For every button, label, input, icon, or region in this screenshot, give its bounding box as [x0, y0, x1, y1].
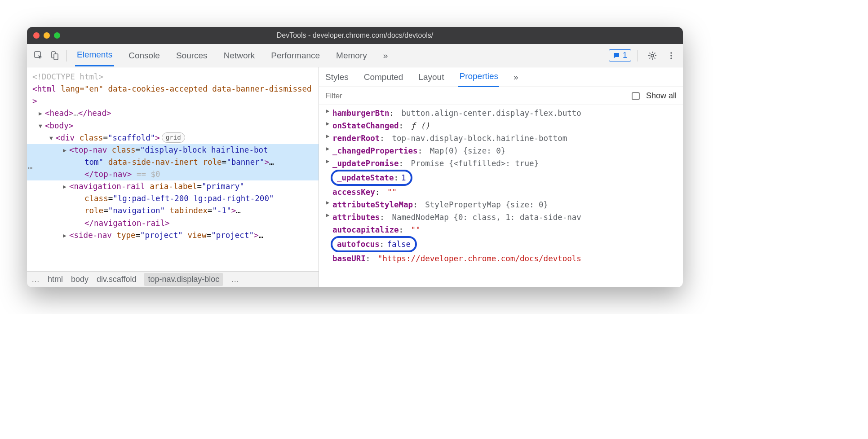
property-row[interactable]: autocapitalize: ""	[323, 224, 683, 236]
device-toolbar-icon[interactable]	[47, 48, 63, 64]
property-key: autofocus	[337, 238, 380, 250]
tab-properties[interactable]: Properties	[458, 67, 499, 87]
svg-point-5	[670, 55, 672, 57]
expand-arrow-icon[interactable]: ▶	[326, 211, 332, 220]
property-row[interactable]: baseURI: "https://developer.chrome.com/d…	[323, 252, 683, 265]
dom-nav-rail-3[interactable]: role="navigation" tabindex="-1">…	[27, 205, 319, 217]
property-key: attributeStyleMap	[332, 200, 413, 209]
expand-arrow-icon[interactable]: ▶	[326, 107, 332, 115]
property-row[interactable]: autofocus: false	[323, 236, 683, 252]
properties-list[interactable]: ▶hamburgerBtn: button.align-center.displ…	[319, 105, 683, 287]
crumb-html[interactable]: html	[48, 275, 63, 284]
tab-elements[interactable]: Elements	[75, 44, 114, 66]
svg-rect-2	[54, 54, 58, 60]
inspect-element-icon[interactable]	[31, 48, 47, 64]
property-value: button.align-center.display-flex.butto	[402, 109, 581, 118]
property-row[interactable]: ▶attributes: NamedNodeMap {0: class, 1: …	[323, 211, 683, 224]
property-row[interactable]: ▶hamburgerBtn: button.align-center.displ…	[323, 107, 683, 119]
crumb-body[interactable]: body	[71, 275, 89, 284]
property-key: attributes	[332, 213, 380, 222]
tab-performance[interactable]: Performance	[269, 45, 322, 66]
show-all-checkbox[interactable]	[632, 92, 640, 100]
property-row[interactable]: ▶onStateChanged: ƒ ()	[323, 119, 683, 132]
expand-arrow-icon[interactable]: ▶	[326, 119, 332, 128]
property-value: Map(0) {size: 0}	[430, 146, 506, 155]
dom-html-open[interactable]: <html lang="en" data-cookies-accepted da…	[27, 83, 319, 107]
tabs-overflow[interactable]: »	[381, 45, 390, 66]
property-value: top-nav.display-block.hairline-bottom	[392, 134, 567, 143]
expand-arrow-icon[interactable]: ▶	[326, 157, 332, 166]
issues-icon	[613, 52, 620, 59]
property-value: false	[387, 238, 411, 250]
tab-computed[interactable]: Computed	[363, 68, 404, 87]
crumb-top-nav[interactable]: top-nav.display-bloc	[144, 273, 223, 286]
highlighted-property: _updateState: 1	[331, 170, 412, 186]
dom-nav-rail-2[interactable]: class="lg:pad-left-200 lg:pad-right-200"	[27, 193, 319, 205]
property-key: accessKey	[332, 188, 375, 197]
separator	[66, 50, 67, 61]
more-button[interactable]	[663, 48, 679, 64]
sidebar-panel: Styles Computed Layout Properties » Show…	[319, 67, 683, 287]
dom-nav-rail[interactable]: ▶<navigation-rail aria-label="primary"	[27, 180, 319, 193]
property-value: NamedNodeMap {0: class, 1: data-side-nav	[392, 213, 581, 222]
issues-count: 1	[623, 51, 627, 60]
main-tabs: Elements Console Sources Network Perform…	[75, 44, 609, 66]
dom-top-nav-close[interactable]: </top-nav> == $0	[27, 168, 319, 180]
devtools-window: DevTools - developer.chrome.com/docs/dev…	[27, 27, 683, 287]
property-value: Promise {<fulfilled>: true}	[411, 159, 539, 168]
dom-head[interactable]: ▶<head>…</head>	[27, 107, 319, 119]
property-row[interactable]: ▶renderRoot: top-nav.display-block.hairl…	[323, 132, 683, 145]
grid-badge[interactable]: grid	[162, 132, 185, 143]
property-value: StylePropertyMap {size: 0}	[425, 200, 548, 209]
property-key: _updateState	[337, 171, 394, 184]
property-key: hamburgerBtn	[332, 109, 389, 118]
crumb-div-scaffold[interactable]: div.scaffold	[97, 275, 136, 284]
tab-layout[interactable]: Layout	[417, 68, 445, 87]
breadcrumb-overflow-left[interactable]: …	[31, 275, 40, 284]
dom-top-nav[interactable]: ▶<top-nav class="display-block hairline-…	[27, 144, 319, 156]
svg-point-4	[670, 52, 672, 54]
property-row[interactable]: ▶_updatePromise: Promise {<fulfilled>: t…	[323, 157, 683, 170]
dom-doctype[interactable]: <!DOCTYPE html>	[27, 71, 319, 83]
gear-icon	[648, 51, 657, 60]
gutter-ellipsis-icon: ⋯	[28, 162, 33, 174]
properties-filter-row: Show all	[319, 87, 683, 105]
property-row[interactable]: ▶attributeStyleMap: StylePropertyMap {si…	[323, 198, 683, 211]
property-value: ""	[411, 225, 421, 234]
settings-button[interactable]	[644, 48, 660, 64]
tab-styles[interactable]: Styles	[324, 68, 350, 87]
expand-arrow-icon[interactable]: ▶	[326, 132, 332, 140]
property-row[interactable]: accessKey: ""	[323, 186, 683, 198]
property-row[interactable]: _updateState: 1	[323, 170, 683, 186]
tab-sources[interactable]: Sources	[174, 45, 209, 66]
property-value: 1	[401, 171, 406, 184]
property-key: baseURI	[332, 254, 366, 263]
breadcrumb: … html body div.scaffold top-nav.display…	[27, 271, 319, 287]
sidebar-tabs-overflow[interactable]: »	[513, 68, 519, 87]
elements-panel: ⋯ <!DOCTYPE html> <html lang="en" data-c…	[27, 67, 319, 287]
highlighted-property: autofocus: false	[331, 236, 417, 252]
dom-top-nav-cont[interactable]: tom" data-side-nav-inert role="banner">…	[27, 156, 319, 168]
dom-tree[interactable]: ⋯ <!DOCTYPE html> <html lang="en" data-c…	[27, 67, 319, 271]
show-all-label: Show all	[646, 91, 677, 101]
expand-arrow-icon[interactable]: ▶	[326, 198, 332, 207]
kebab-icon	[667, 52, 675, 60]
breadcrumb-overflow-right[interactable]: …	[231, 275, 239, 284]
expand-arrow-icon[interactable]: ▶	[326, 145, 332, 153]
svg-point-3	[651, 54, 654, 57]
tab-console[interactable]: Console	[127, 45, 162, 66]
property-key: _updatePromise	[332, 159, 399, 168]
dom-div-scaffold[interactable]: ▼<div class="scaffold">grid	[27, 132, 319, 144]
svg-point-6	[670, 57, 672, 59]
property-key: autocapitalize	[332, 225, 399, 234]
property-key: _changedProperties	[332, 146, 418, 155]
issues-button[interactable]: 1	[609, 49, 631, 61]
tab-network[interactable]: Network	[222, 45, 257, 66]
property-row[interactable]: ▶_changedProperties: Map(0) {size: 0}	[323, 145, 683, 157]
dom-side-nav[interactable]: ▶<side-nav type="project" view="project"…	[27, 229, 319, 241]
title-bar: DevTools - developer.chrome.com/docs/dev…	[27, 27, 683, 44]
filter-input[interactable]	[325, 92, 625, 101]
dom-nav-rail-close[interactable]: </navigation-rail>	[27, 217, 319, 229]
dom-body-open[interactable]: ▼<body>	[27, 120, 319, 132]
tab-memory[interactable]: Memory	[334, 45, 369, 66]
